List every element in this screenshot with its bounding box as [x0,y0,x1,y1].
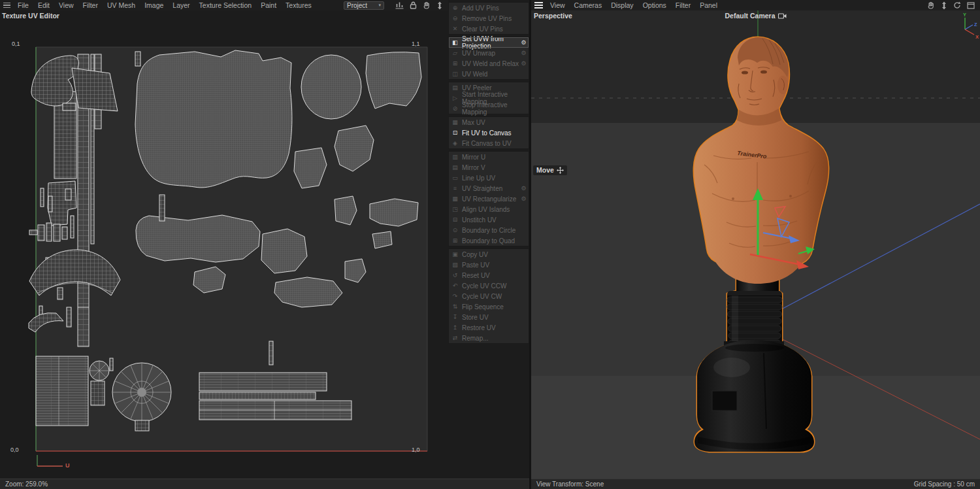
menu-item-layer[interactable]: Layer [168,1,194,9]
project-dropdown-value: Project [347,2,367,9]
cmd-clear-uv-pins[interactable]: ✕Clear UV Pins [449,24,529,34]
axis-y-label: Y [963,12,966,18]
cmd-label: Flip Sequence [459,303,527,311]
cmd-max-uv[interactable]: ▦Max UV [449,117,529,127]
cmd-remap-[interactable]: ⇄Remap... [449,333,529,343]
gear-icon[interactable]: ⚙ [520,185,527,192]
cmd-align-uv-islands[interactable]: ◳Align UV Islands [449,204,529,214]
cmd-label: Add UV Pins [459,5,527,12]
uv-editor-toolbar: Project ▾ [344,1,448,10]
cmd-set-uvw-from-projection[interactable]: ◧Set UVW from Projection⚙ [449,37,529,48]
menu-item-uv-mesh[interactable]: UV Mesh [103,1,140,9]
camera-label[interactable]: Default Camera [725,12,786,20]
menu-item-view[interactable]: View [546,1,570,9]
menu-item-filter[interactable]: Filter [78,1,103,9]
uv-island-head-top[interactable] [301,55,361,119]
remap-icon: ⇄ [451,335,459,341]
cmd-label: Cycle UV CCW [459,282,527,290]
cmd-label: Fit UV to Canvas [459,129,527,137]
cmd-label: Set UVW from Projection [459,35,520,50]
menu-item-file[interactable]: File [13,1,33,9]
menu-item-display[interactable]: Display [606,1,638,9]
uv-island-ring-strip[interactable] [199,373,327,391]
cmd-add-uv-pins[interactable]: ⊕Add UV Pins [449,3,529,13]
zoom-vertical-icon[interactable] [941,1,947,10]
cmd-cycle-uv-cw[interactable]: ↷Cycle UV CW [449,291,529,301]
cmd-label: Paste UV [459,261,527,269]
cmd-mirror-u[interactable]: ▥Mirror U [449,152,529,162]
uv-editor-pane: FileEditViewFilterUV MeshImageLayerTextu… [0,0,448,489]
application-window: FileEditViewFilterUV MeshImageLayerTextu… [0,0,980,489]
cmd-label: Remove UV Pins [459,15,527,22]
uv-corner-bottom-right: 1,0 [412,447,420,453]
cmd-label: Restore UV [459,324,527,331]
menu-item-view[interactable]: View [54,1,78,9]
viewport-3d[interactable]: TrainerPro [531,10,980,479]
uv-menu-items: FileEditViewFilterUV MeshImageLayerTextu… [13,1,316,9]
cmd-copy-uv[interactable]: ▣Copy UV [449,249,529,260]
active-tool-label: Move [533,165,567,175]
viewport-projection-label[interactable]: Perspective [534,12,572,20]
uv-corner-top-left: 0,1 [12,41,20,47]
project-dropdown[interactable]: Project ▾ [344,1,384,10]
uv-peeler-icon: ▤ [451,84,459,91]
cmd-boundary-to-quad[interactable]: ⊞Boundary to Quad [449,235,529,246]
lock-icon[interactable] [410,1,417,9]
cmd-uv-rectangularize[interactable]: ▦UV Rectangularize⚙ [449,194,529,204]
histogram-icon[interactable] [395,1,404,9]
menu-item-image[interactable]: Image [140,1,168,9]
stop-mapping-icon: ⊘ [451,105,459,112]
cmd-fit-canvas-to-uv[interactable]: ◈Fit Canvas to UV [449,138,529,148]
cmd-label: Unstitch UV [459,216,527,224]
menu-item-cameras[interactable]: Cameras [570,1,607,9]
paste-uv-icon: ▧ [451,261,459,268]
cmd-fit-uv-to-canvas[interactable]: ⊡Fit UV to Canvas [449,127,529,138]
pan-vertical-icon[interactable] [436,1,443,10]
menu-item-textures[interactable]: Textures [281,1,316,9]
cmd-store-uv[interactable]: ↧Store UV [449,312,529,322]
uv-viewport[interactable]: 0,1 1,1 0,0 1,0 U [0,20,448,479]
cmd-mirror-v[interactable]: ▤Mirror V [449,162,529,173]
maximize-view-icon[interactable] [967,2,975,9]
gear-icon[interactable]: ⚙ [520,39,527,46]
cmd-uv-straighten[interactable]: ≡UV Straighten⚙ [449,183,529,194]
uv-island-torso-back[interactable] [136,215,260,262]
cmd-uv-weld[interactable]: ◫UV Weld [449,69,529,79]
menu-item-options[interactable]: Options [638,1,671,9]
menu-item-edit[interactable]: Edit [33,1,54,9]
menu-item-panel[interactable]: Panel [695,1,722,9]
menu-item-filter[interactable]: Filter [671,1,695,9]
cmd-paste-uv[interactable]: ▧Paste UV [449,260,529,270]
hamburger-menu-icon[interactable] [534,2,543,8]
gear-icon[interactable]: ⚙ [520,60,527,67]
cmd-reset-uv[interactable]: ↺Reset UV [449,270,529,280]
hand-icon[interactable] [927,1,935,9]
gear-icon[interactable]: ⚙ [520,50,527,56]
menu-item-paint[interactable]: Paint [256,1,281,9]
cmd-label: Max UV [459,119,527,126]
unstitch-uv-icon: ⊟ [451,216,459,223]
menu-item-texture-selection[interactable]: Texture Selection [195,1,257,9]
cmd-uv-weld-and-relax[interactable]: ⊞UV Weld and Relax⚙ [449,58,529,69]
pin-clear-icon: ✕ [451,25,459,32]
uv-weld-relax-icon: ⊞ [451,60,459,67]
cmd-restore-uv[interactable]: ↥Restore UV [449,322,529,333]
cmd-unstitch-uv[interactable]: ⊟Unstitch UV [449,214,529,225]
cmd-remove-uv-pins[interactable]: ⊖Remove UV Pins [449,13,529,24]
orbit-icon[interactable] [953,1,961,9]
editor-title: Texture UV Editor [2,12,59,20]
cmd-uv-unwrap[interactable]: ▱UV Unwrap⚙ [449,48,529,58]
cmd-line-up-uv[interactable]: ▭Line Up UV [449,173,529,183]
uv-island-striped-sheet[interactable] [36,356,88,426]
cmd-label: Boundary to Circle [459,227,527,234]
uv-island-torso-front[interactable] [135,50,292,188]
cmd-boundary-to-circle[interactable]: ⊙Boundary to Circle [449,225,529,235]
uv-unwrap-icon: ▱ [451,50,459,56]
cmd-flip-sequence[interactable]: ⇅Flip Sequence [449,301,529,312]
uv-straighten-icon: ≡ [451,185,459,192]
hand-icon[interactable] [423,1,431,9]
cmd-stop-interactive-mapping[interactable]: ⊘Stop Interactive Mapping [449,103,529,114]
gear-icon[interactable]: ⚙ [520,195,527,202]
cmd-cycle-uv-ccw[interactable]: ↶Cycle UV CCW [449,280,529,291]
hamburger-menu-icon[interactable] [3,3,10,8]
